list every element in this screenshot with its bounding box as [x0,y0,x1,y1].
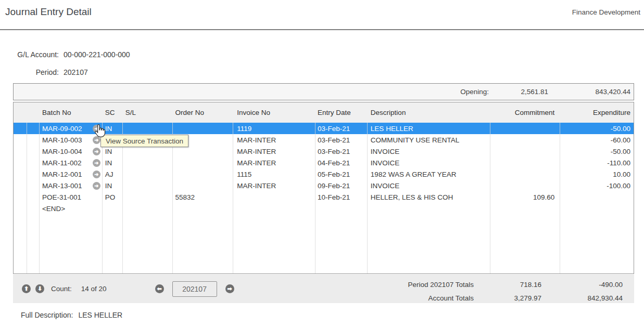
batch-no-text: POE-31-001 [42,193,81,201]
table-row[interactable]: MAR-11-002 ➜ IN MAR-INTER 04-Feb-21 INVO… [14,157,634,168]
batch-no-text: MAR-10-003 [42,136,82,144]
commitment-cell [489,146,559,157]
period-totals-row: Period 202107 Totals 718.16 -490.00 [13,278,634,291]
column-header-entry-date: Entry Date [314,102,367,123]
sl-cell [122,180,172,191]
batch-no-text: <END> [42,205,65,213]
view-source-icon[interactable]: ➜ [93,148,100,155]
expenditure-cell: -50.00 [559,146,634,157]
sl-cell [122,157,172,168]
sl-cell [122,168,172,180]
description-cell: 1982 WAS A GREAT YEAR [367,168,489,180]
header-spacer-1 [14,102,27,123]
sc-cell: AJ [102,168,122,180]
batch-no-cell: MAR-12-001 ➜ [39,168,102,180]
column-header-invoice-no: Invoice No [232,102,314,123]
table-header-row: Batch No SC S/L Order No Invoice No Entr… [14,102,634,123]
row-spacer-1 [14,180,27,191]
expenditure-cell [559,191,634,203]
row-spacer-1 [14,157,27,168]
batch-no-text: MAR-11-002 [42,159,82,167]
table-row[interactable]: <END> [14,203,634,214]
full-description-field: Full Description: LES HELLER [21,311,122,319]
period-totals-commitment: 718.16 [474,281,541,289]
entry-date-cell: 03-Feb-21 [314,146,367,157]
tooltip-text: View Source Transaction [106,137,183,145]
expenditure-cell [559,203,634,214]
table-row[interactable]: POE-31-001 PO 55832 10-Feb-21 HELLER, LE… [14,191,634,203]
commitment-cell [489,134,559,146]
entry-date-cell: 03-Feb-21 [314,134,367,146]
expenditure-cell: 10.00 [559,168,634,180]
expenditure-cell: -50.00 [559,123,634,134]
journal-table: Batch No SC S/L Order No Invoice No Entr… [13,102,634,274]
row-spacer-2 [27,168,39,180]
row-spacer-2 [27,157,39,168]
table-row[interactable]: MAR-12-001 ➜ AJ 1115 05-Feb-21 1982 WAS … [14,168,634,180]
commitment-cell [489,180,559,191]
view-source-icon[interactable]: ➜ [93,136,100,144]
view-source-icon[interactable]: ➜ [93,171,100,178]
view-source-icon[interactable]: ➜ [93,125,100,133]
entry-date-cell [314,203,367,214]
table-row[interactable]: MAR-09-002 ➜ IN 1119 03-Feb-21 LES HELLE… [14,123,634,134]
batch-no-cell: <END> [39,203,102,214]
batch-no-cell: MAR-13-001 ➜ [39,180,102,191]
full-description-label: Full Description: [21,311,73,319]
order-no-cell [172,123,232,134]
table-row[interactable]: MAR-10-004 ➜ IN MAR-INTER 03-Feb-21 INVO… [14,146,634,157]
order-no-cell: 55832 [172,191,232,203]
expenditure-cell: -110.00 [559,157,634,168]
invoice-no-cell: MAR-INTER [232,134,314,146]
sc-cell: PO [102,191,122,203]
order-no-cell [172,157,232,168]
batch-no-text: MAR-09-002 [42,125,82,133]
description-cell: LES HELLER [367,123,489,134]
period-totals-label: Period 202107 Totals [13,281,474,289]
commitment-cell [489,123,559,134]
tooltip: View Source Transaction [100,135,188,147]
table-row[interactable]: MAR-13-001 ➜ IN MAR-INTER 09-Feb-21 INVO… [14,180,634,191]
order-no-cell [172,203,232,214]
batch-no-text: MAR-10-004 [42,148,82,155]
invoice-no-cell: MAR-INTER [232,157,314,168]
opening-commitment: 2,561.81 [489,88,559,96]
gl-account-label: G/L Account: [13,50,59,59]
invoice-no-cell: MAR-INTER [232,180,314,191]
entry-date-cell: 04-Feb-21 [314,157,367,168]
account-totals-row: Account Totals 3,279.97 842,930.44 [13,291,634,305]
period-field: Period: 202107 [13,68,273,76]
account-totals-label: Account Totals [13,294,474,302]
column-header-sl: S/L [122,102,172,123]
batch-no-text: MAR-12-001 [42,171,82,178]
sc-cell: IN [102,123,122,134]
period-label: Period: [13,68,59,76]
description-cell [367,203,489,214]
column-header-description: Description [367,102,489,123]
view-source-icon[interactable]: ➜ [93,182,100,190]
batch-no-cell: MAR-10-003 ➜ [39,134,102,146]
sl-cell [122,191,172,203]
description-cell: HELLER, LES & HIS COH [367,191,489,203]
column-header-commitment: Commitment [489,102,559,123]
view-source-icon[interactable]: ➜ [93,159,100,167]
invoice-no-cell: 1115 [232,168,314,180]
row-spacer-1 [14,191,27,203]
row-spacer-2 [27,180,39,191]
order-no-cell [172,168,232,180]
gl-account-value: 00-000-221-000-000 [64,50,130,59]
sc-cell: IN [102,146,122,157]
column-header-sc: SC [102,102,122,123]
invoice-no-cell: 1119 [232,123,314,134]
description-cell: INVOICE [367,157,489,168]
expenditure-cell: -100.00 [559,180,634,191]
entry-date-cell: 10-Feb-21 [314,191,367,203]
entry-date-cell: 09-Feb-21 [314,180,367,191]
account-totals-commitment: 3,279.97 [474,294,541,302]
period-value: 202107 [64,68,88,76]
batch-no-cell: MAR-09-002 ➜ [39,123,102,134]
environment-label: Finance Development [572,8,640,16]
table-footer: ⬆ ⬇ Count: 14 of 20 ⬅ 202107 ➡ Period 20… [13,274,634,303]
column-header-batch-no: Batch No [39,102,102,123]
opening-balance-row: Opening: 2,561.81 843,420.44 [13,83,634,100]
